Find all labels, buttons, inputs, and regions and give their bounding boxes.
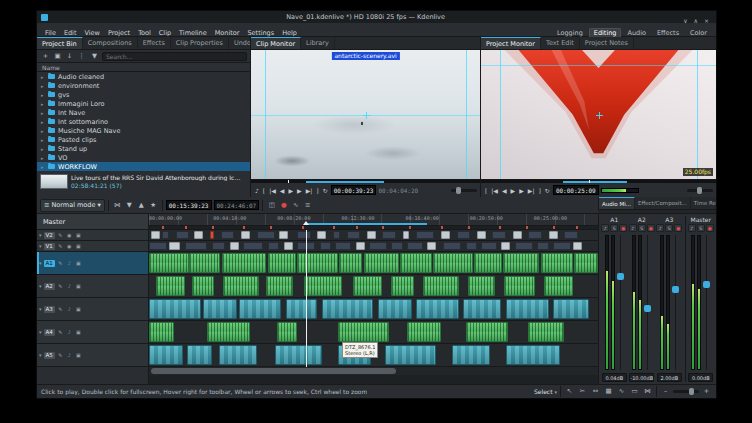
timeline-clip[interactable]	[553, 299, 589, 319]
timeline-clip[interactable]	[335, 242, 351, 250]
timeline-clip[interactable]	[427, 242, 436, 250]
timeline-clip[interactable]	[466, 242, 477, 250]
lock-track-icon[interactable]: ▣	[75, 243, 82, 249]
monitor-zoom-slider[interactable]	[687, 189, 713, 192]
timeline-marker[interactable]	[499, 226, 501, 229]
playhead-marker[interactable]	[303, 221, 309, 225]
timeline-clip[interactable]	[369, 242, 387, 250]
add-clip-icon[interactable]: +	[40, 51, 51, 62]
bin-folder-musiche-mag-nave[interactable]: ▸Musiche MAG Nave	[37, 126, 250, 135]
bin-clip-item[interactable]: Live tours of the RRS Sir David Attenbor…	[37, 171, 250, 191]
timeline-clip[interactable]	[162, 231, 169, 239]
record-button[interactable]: ●	[647, 224, 655, 232]
tab-project-monitor[interactable]: Project Monitor	[481, 37, 541, 49]
timeline-clip[interactable]	[382, 231, 395, 239]
timeline-zone-bar[interactable]	[306, 223, 427, 225]
edit-icon[interactable]: ✎	[57, 329, 64, 335]
timeline-clip[interactable]	[506, 345, 560, 365]
timeline-clip[interactable]	[203, 299, 237, 319]
track-header-a5[interactable]: ▾A5✎♪▣	[37, 344, 148, 367]
lock-track-icon[interactable]: ▣	[75, 306, 82, 312]
timeline-clip[interactable]	[268, 242, 279, 250]
timeline-clip[interactable]	[504, 276, 535, 296]
timeline-clip[interactable]	[219, 345, 257, 365]
download-resource-icon[interactable]: ↓	[64, 51, 75, 62]
timeline-clip[interactable]	[230, 242, 239, 250]
timeline-clip[interactable]	[149, 299, 201, 319]
filter-icon[interactable]: ▼	[89, 51, 100, 62]
audio-monitor-icon[interactable]: ♪	[254, 187, 260, 194]
play-icon[interactable]: ▶	[510, 187, 517, 194]
track-header-v1[interactable]: ▾V1✎◉▣	[37, 241, 148, 252]
timeline-marker[interactable]	[333, 226, 335, 229]
volume-fader[interactable]	[672, 235, 679, 370]
timeline-clip[interactable]	[452, 345, 490, 365]
bin-folder-audio-cleaned[interactable]: ▸Audio cleaned	[37, 72, 250, 81]
tab-compositions[interactable]: Compositions	[83, 37, 138, 49]
timeline-clip[interactable]	[378, 299, 412, 319]
lock-track-icon[interactable]: ▣	[75, 260, 82, 266]
zoom-slider-handle[interactable]	[689, 388, 694, 395]
lock-track-icon[interactable]: ▣	[75, 352, 82, 358]
track-header-a2[interactable]: ▾A2✎♪▣	[37, 275, 148, 298]
timeline-clip[interactable]	[338, 322, 390, 342]
bin-folder-workflow[interactable]: ▸WORKFLOW	[37, 162, 250, 171]
timeline-clip[interactable]	[333, 231, 340, 239]
mute-track-icon[interactable]: ♪	[66, 283, 73, 289]
timeline-clip[interactable]	[433, 253, 473, 273]
mute-track-icon[interactable]: ♪	[66, 260, 73, 266]
timeline-clip[interactable]	[503, 253, 539, 273]
timeline-clip[interactable]	[239, 299, 282, 319]
mute-track-icon[interactable]: ♪	[66, 329, 73, 335]
timeline-marker[interactable]	[576, 226, 578, 229]
loop-icon[interactable]: ↻	[322, 187, 329, 194]
razor-tool-icon[interactable]: ✂	[577, 386, 588, 397]
timeline-clip[interactable]	[243, 242, 263, 250]
gain-value[interactable]: 0.00dB	[688, 373, 713, 382]
timeline-marker[interactable]	[553, 226, 555, 229]
tab-audio-mi[interactable]: Audio Mi...	[599, 197, 635, 209]
chevron-down-icon[interactable]: ▾	[39, 243, 42, 249]
edit-mode-select[interactable]: ≡ Normal mode ▾	[40, 199, 105, 212]
tab-effects[interactable]: Effects	[138, 37, 171, 49]
bin-folder-environment[interactable]: ▸environment	[37, 81, 250, 90]
playhead-line[interactable]	[306, 230, 307, 367]
timeline-clip[interactable]	[212, 242, 225, 250]
select-tool-icon[interactable]: ↖	[564, 386, 575, 397]
zone-in-icon[interactable]: [	[484, 187, 488, 194]
timeline-clip[interactable]	[477, 231, 486, 239]
preview-render-icon[interactable]: ∿	[290, 200, 301, 211]
timeline-settings-icon[interactable]: ≡	[302, 200, 313, 211]
chevron-down-icon[interactable]: ▾	[554, 389, 557, 395]
bin-folder-vo[interactable]: ▸VO	[37, 153, 250, 162]
insert-zone-icon[interactable]: ▼	[124, 200, 135, 211]
edit-icon[interactable]: ✎	[57, 352, 64, 358]
timeline-position-timecode[interactable]: 00:15:39:23	[166, 200, 212, 210]
timeline-clip[interactable]	[223, 276, 259, 296]
timeline-clip[interactable]	[304, 276, 342, 296]
loop-icon[interactable]: ↻	[544, 187, 551, 194]
bin-folder-gvs[interactable]: ▸gvs	[37, 90, 250, 99]
volume-fader[interactable]	[644, 235, 651, 370]
snap-icon[interactable]: ⋈	[642, 386, 653, 397]
timeline-clip[interactable]	[241, 231, 250, 239]
tab-clip-monitor[interactable]: Clip Monitor	[251, 37, 301, 49]
tab-effect-composit[interactable]: Effect/Composit...	[635, 197, 691, 209]
bin-folder-immagini-loro[interactable]: ▸Immagini Loro	[37, 99, 250, 108]
clip-monitor-timecode[interactable]: 00:00:39:23	[331, 185, 377, 195]
mix-clips-icon[interactable]: ⋈	[112, 200, 123, 211]
timeline-marker[interactable]	[162, 226, 164, 229]
hide-track-icon[interactable]: ◉	[66, 243, 73, 249]
record-button[interactable]: ●	[619, 224, 627, 232]
record-icon[interactable]: ●	[278, 200, 289, 211]
chevron-down-icon[interactable]: ▾	[39, 306, 42, 312]
timeline-clip[interactable]	[416, 299, 459, 319]
timeline-clip[interactable]	[320, 242, 331, 250]
timeline-marker[interactable]	[409, 226, 411, 229]
gain-value[interactable]: 0.04dB	[602, 373, 627, 382]
tab-project-notes[interactable]: Project Notes	[580, 37, 634, 49]
volume-fader[interactable]	[617, 235, 624, 370]
timeline-clip[interactable]	[149, 253, 189, 273]
timeline-clip[interactable]	[385, 345, 437, 365]
tab-project-bin[interactable]: Project Bin	[37, 37, 83, 49]
